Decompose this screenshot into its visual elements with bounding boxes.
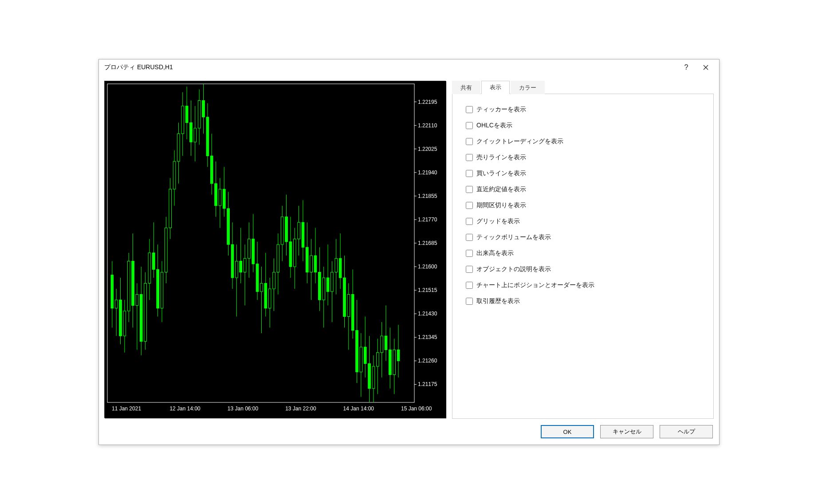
- settings-pane: 共有表示カラー ティッカーを表示OHLCを表示クイックトレーディングを表示売りラ…: [452, 81, 714, 419]
- svg-text:15 Jan 06:00: 15 Jan 06:00: [401, 406, 432, 412]
- svg-text:1.21685: 1.21685: [418, 240, 437, 246]
- ok-button[interactable]: OK: [541, 425, 594, 438]
- option-row-8: ティックボリュームを表示: [466, 233, 700, 241]
- option-label-0: ティッカーを表示: [476, 106, 526, 114]
- option-row-10: オブジェクトの説明を表示: [466, 265, 700, 273]
- tab-1[interactable]: 表示: [481, 81, 510, 94]
- svg-rect-113: [273, 272, 275, 289]
- svg-rect-147: [343, 278, 346, 316]
- option-checkbox-1[interactable]: [466, 122, 473, 129]
- option-checkbox-12[interactable]: [466, 298, 473, 305]
- svg-rect-71: [185, 106, 188, 122]
- svg-rect-163: [376, 353, 379, 366]
- svg-rect-115: [277, 244, 279, 272]
- svg-text:1.22110: 1.22110: [418, 122, 437, 129]
- svg-rect-69: [181, 106, 184, 134]
- option-row-9: 出来高を表示: [466, 249, 700, 257]
- svg-rect-61: [165, 228, 168, 272]
- svg-rect-77: [198, 100, 201, 128]
- option-label-9: 出来高を表示: [476, 249, 514, 257]
- svg-rect-97: [240, 261, 242, 272]
- option-row-0: ティッカーを表示: [466, 106, 700, 114]
- option-checkbox-8[interactable]: [466, 234, 473, 241]
- svg-rect-129: [306, 247, 309, 272]
- svg-rect-119: [285, 217, 288, 242]
- svg-rect-75: [194, 128, 197, 142]
- tab-2[interactable]: カラー: [511, 81, 545, 94]
- svg-rect-79: [202, 100, 205, 117]
- option-checkbox-0[interactable]: [466, 106, 473, 113]
- svg-rect-143: [335, 258, 338, 272]
- option-row-11: チャート上にポジションとオーダーを表示: [466, 281, 700, 289]
- svg-rect-117: [281, 217, 283, 244]
- cancel-button[interactable]: キャンセル: [600, 425, 653, 438]
- svg-text:1.21260: 1.21260: [418, 358, 437, 364]
- svg-rect-101: [248, 239, 251, 259]
- svg-text:12 Jan 14:00: 12 Jan 14:00: [169, 406, 201, 412]
- tab-0[interactable]: 共有: [452, 81, 480, 94]
- svg-rect-57: [157, 269, 159, 308]
- svg-rect-89: [223, 189, 225, 209]
- option-row-12: 取引履歴を表示: [466, 297, 700, 305]
- svg-rect-165: [381, 336, 383, 352]
- svg-text:13 Jan 06:00: 13 Jan 06:00: [228, 406, 259, 412]
- svg-rect-141: [331, 272, 334, 292]
- svg-rect-123: [293, 239, 296, 267]
- option-label-10: オブジェクトの説明を表示: [476, 265, 551, 273]
- option-checkbox-9[interactable]: [466, 250, 473, 257]
- option-row-7: グリッドを表示: [466, 217, 700, 225]
- svg-rect-167: [385, 336, 387, 350]
- option-label-6: 期間区切りを表示: [476, 201, 526, 209]
- option-checkbox-11[interactable]: [466, 282, 473, 289]
- svg-rect-107: [260, 284, 263, 292]
- svg-rect-137: [322, 278, 325, 300]
- window-title: プロパティ EURUSD,H1: [104, 63, 173, 71]
- svg-rect-43: [127, 261, 130, 311]
- svg-rect-127: [302, 222, 304, 247]
- svg-rect-39: [119, 300, 122, 336]
- svg-rect-67: [177, 134, 180, 161]
- option-label-2: クイックトレーディングを表示: [476, 138, 563, 146]
- help-button-bottom[interactable]: ヘルプ: [660, 425, 713, 438]
- dialog-buttons: OK キャンセル ヘルプ: [99, 419, 719, 445]
- option-row-6: 期間区切りを表示: [466, 201, 700, 209]
- option-checkbox-10[interactable]: [466, 266, 473, 273]
- svg-rect-169: [389, 350, 392, 374]
- svg-rect-87: [219, 189, 221, 205]
- properties-dialog: プロパティ EURUSD,H1 ? 1.221951.221101.220251…: [98, 59, 720, 445]
- svg-rect-37: [115, 300, 118, 308]
- option-label-12: 取引履歴を表示: [476, 297, 520, 305]
- option-row-4: 買いラインを表示: [466, 169, 700, 177]
- option-checkbox-5[interactable]: [466, 186, 473, 193]
- option-checkbox-2[interactable]: [466, 138, 473, 145]
- svg-rect-81: [206, 117, 209, 156]
- svg-rect-105: [256, 264, 259, 291]
- option-label-11: チャート上にポジションとオーダーを表示: [476, 281, 594, 289]
- titlebar: プロパティ EURUSD,H1 ?: [99, 59, 719, 75]
- svg-text:1.21770: 1.21770: [418, 217, 437, 223]
- help-button[interactable]: ?: [676, 61, 696, 74]
- svg-rect-95: [236, 261, 238, 278]
- option-row-5: 直近約定値を表示: [466, 185, 700, 193]
- svg-rect-55: [153, 253, 155, 269]
- svg-rect-131: [310, 256, 313, 272]
- svg-rect-135: [319, 272, 321, 300]
- tab-display-options: ティッカーを表示OHLCを表示クイックトレーディングを表示売りラインを表示買いラ…: [452, 94, 714, 419]
- svg-text:13 Jan 22:00: 13 Jan 22:00: [285, 406, 316, 412]
- option-checkbox-7[interactable]: [466, 218, 473, 225]
- svg-rect-47: [136, 295, 138, 306]
- close-button[interactable]: [696, 61, 716, 74]
- svg-rect-51: [144, 284, 147, 342]
- svg-rect-133: [314, 256, 317, 272]
- option-checkbox-6[interactable]: [466, 202, 473, 209]
- svg-text:1.22025: 1.22025: [418, 146, 437, 152]
- option-checkbox-4[interactable]: [466, 170, 473, 177]
- option-checkbox-3[interactable]: [466, 154, 473, 161]
- svg-rect-49: [140, 295, 142, 342]
- svg-rect-159: [368, 364, 371, 389]
- svg-rect-157: [364, 347, 366, 363]
- svg-rect-59: [161, 272, 163, 308]
- svg-rect-45: [132, 261, 134, 306]
- svg-rect-171: [393, 350, 396, 374]
- svg-rect-149: [347, 295, 350, 317]
